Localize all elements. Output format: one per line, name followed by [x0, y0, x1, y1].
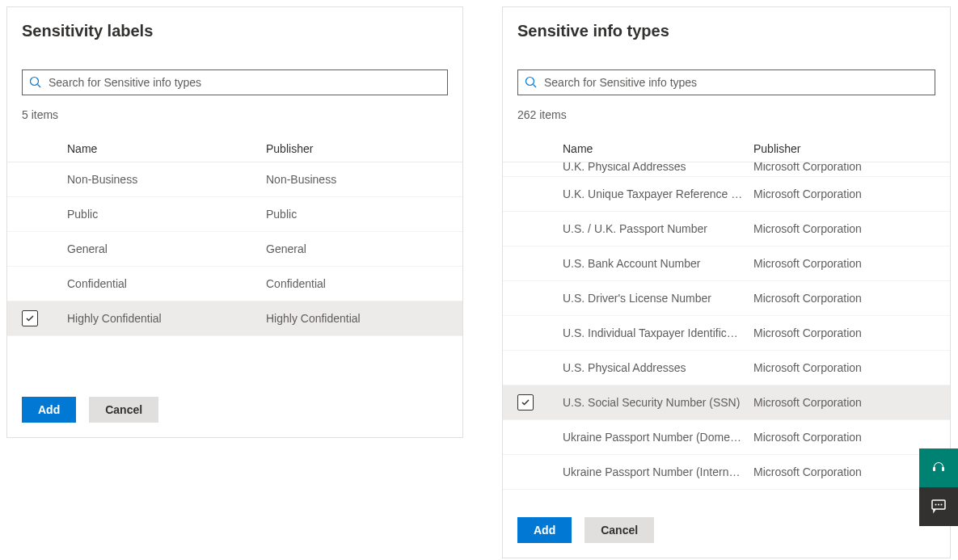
sensitivity-labels-panel: Sensitivity labels 5 items Name Publishe… — [6, 6, 463, 438]
row-publisher: Microsoft Corporation — [753, 465, 935, 478]
table-row[interactable]: U.K. Physical AddressesMicrosoft Corpora… — [503, 162, 950, 177]
row-name: U.S. Social Security Number (SSN) — [563, 396, 753, 409]
row-publisher: Microsoft Corporation — [753, 361, 935, 374]
search-box[interactable] — [517, 69, 935, 95]
table-row[interactable]: U.S. Individual Taxpayer Identification … — [503, 316, 950, 351]
table-body: Non-BusinessNon-BusinessPublicPublicGene… — [7, 162, 462, 336]
row-publisher: General — [266, 242, 448, 255]
column-publisher[interactable]: Publisher — [266, 142, 448, 155]
svg-point-7 — [935, 503, 937, 505]
column-name[interactable]: Name — [563, 142, 753, 155]
panel-footer: Add Cancel — [7, 382, 462, 437]
page-title: Sensitivity labels — [22, 22, 448, 40]
add-button[interactable]: Add — [517, 517, 572, 543]
svg-point-0 — [31, 78, 39, 86]
row-name: U.S. Individual Taxpayer Identification … — [563, 326, 753, 339]
row-name: U.K. Physical Addresses — [563, 162, 753, 173]
table-row[interactable]: ConfidentialConfidential — [7, 267, 462, 301]
feedback-widget[interactable] — [919, 487, 958, 526]
row-name: Highly Confidential — [67, 312, 266, 325]
row-publisher: Non-Business — [266, 173, 448, 186]
table-header: Name Publisher — [7, 136, 462, 162]
svg-point-8 — [938, 503, 939, 505]
panel-header: Sensitivity labels — [7, 7, 462, 108]
column-name[interactable]: Name — [67, 142, 266, 155]
panel-header: Sensitive info types — [503, 7, 950, 108]
search-input[interactable] — [544, 76, 928, 89]
row-publisher: Microsoft Corporation — [753, 222, 935, 235]
table: Name Publisher U.K. Physical AddressesMi… — [503, 136, 950, 503]
headset-icon — [931, 459, 947, 478]
row-name: U.K. Unique Taxpayer Reference Number — [563, 187, 753, 200]
help-widget[interactable] — [919, 448, 958, 487]
table-row[interactable]: Ukraine Passport Number (Domestic)Micros… — [503, 420, 950, 455]
panel-footer: Add Cancel — [503, 503, 950, 558]
row-name: Ukraine Passport Number (International) — [563, 465, 753, 478]
side-widgets — [919, 448, 958, 526]
table-row[interactable]: U.S. Bank Account NumberMicrosoft Corpor… — [503, 246, 950, 281]
checkbox-icon[interactable] — [22, 310, 38, 326]
table-row[interactable]: U.K. Unique Taxpayer Reference NumberMic… — [503, 177, 950, 212]
table-header: Name Publisher — [503, 136, 950, 162]
row-checkbox-cell[interactable] — [517, 394, 563, 411]
svg-rect-5 — [942, 467, 944, 471]
row-publisher: Confidential — [266, 277, 448, 290]
column-checkbox — [22, 142, 67, 155]
search-icon — [525, 76, 538, 89]
row-publisher: Microsoft Corporation — [753, 326, 935, 339]
svg-point-2 — [526, 78, 534, 86]
row-name: U.S. Driver's License Number — [563, 292, 753, 305]
table: Name Publisher Non-BusinessNon-BusinessP… — [7, 136, 462, 382]
table-row[interactable]: U.S. / U.K. Passport NumberMicrosoft Cor… — [503, 212, 950, 246]
feedback-icon — [931, 498, 947, 516]
page-title: Sensitive info types — [517, 22, 935, 40]
sensitive-info-types-panel: Sensitive info types 262 items Name Publ… — [502, 6, 951, 558]
cancel-button[interactable]: Cancel — [89, 397, 158, 423]
row-checkbox-cell[interactable] — [22, 310, 67, 326]
cancel-button[interactable]: Cancel — [585, 517, 654, 543]
table-row[interactable]: Non-BusinessNon-Business — [7, 162, 462, 197]
search-box[interactable] — [22, 69, 448, 95]
search-input[interactable] — [49, 76, 441, 89]
row-name: Ukraine Passport Number (Domestic) — [563, 431, 753, 444]
row-name: U.S. Bank Account Number — [563, 257, 753, 270]
table-row[interactable]: Highly ConfidentialHighly Confidential — [7, 301, 462, 336]
row-publisher: Microsoft Corporation — [753, 162, 935, 173]
row-name: Public — [67, 208, 266, 221]
svg-rect-4 — [933, 467, 935, 471]
item-count: 262 items — [503, 108, 950, 121]
table-row[interactable]: Ukraine Passport Number (International)M… — [503, 455, 950, 490]
svg-point-9 — [941, 503, 943, 505]
row-publisher: Microsoft Corporation — [753, 292, 935, 305]
row-name: U.S. Physical Addresses — [563, 361, 753, 374]
row-publisher: Microsoft Corporation — [753, 431, 935, 444]
table-row[interactable]: U.S. Driver's License NumberMicrosoft Co… — [503, 281, 950, 316]
row-publisher: Microsoft Corporation — [753, 187, 935, 200]
row-name: Non-Business — [67, 173, 266, 186]
row-name: Confidential — [67, 277, 266, 290]
svg-line-3 — [534, 85, 537, 88]
table-row[interactable]: U.S. Physical AddressesMicrosoft Corpora… — [503, 351, 950, 385]
table-row[interactable]: PublicPublic — [7, 197, 462, 232]
item-count: 5 items — [7, 108, 462, 121]
table-row[interactable]: GeneralGeneral — [7, 232, 462, 267]
add-button[interactable]: Add — [22, 397, 76, 423]
table-body[interactable]: U.K. Physical AddressesMicrosoft Corpora… — [503, 162, 950, 492]
table-row[interactable]: U.S. Social Security Number (SSN)Microso… — [503, 385, 950, 420]
column-publisher[interactable]: Publisher — [753, 142, 935, 155]
column-checkbox — [517, 142, 563, 155]
row-publisher: Microsoft Corporation — [753, 257, 935, 270]
row-publisher: Public — [266, 208, 448, 221]
row-name: U.S. / U.K. Passport Number — [563, 222, 753, 235]
svg-line-1 — [38, 85, 41, 88]
row-name: General — [67, 242, 266, 255]
row-publisher: Highly Confidential — [266, 312, 448, 325]
search-icon — [29, 76, 42, 89]
row-publisher: Microsoft Corporation — [753, 396, 935, 409]
checkbox-icon[interactable] — [517, 394, 534, 411]
